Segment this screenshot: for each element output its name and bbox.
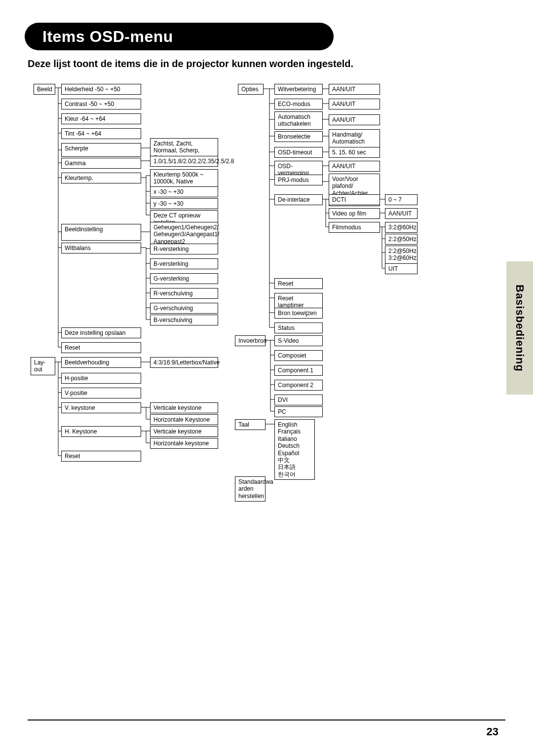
footer-rule — [28, 720, 505, 720]
page-number: 23 — [487, 725, 498, 738]
tree-connectors — [0, 0, 533, 756]
